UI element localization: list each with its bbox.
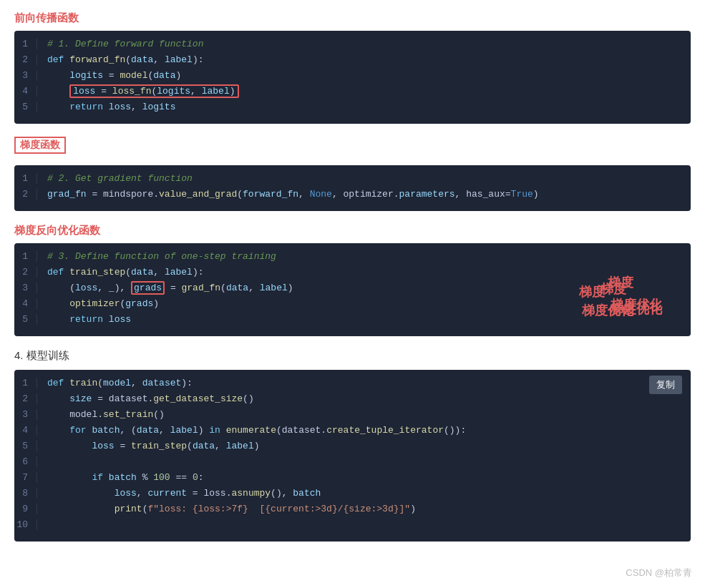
operator: = [87,189,103,200]
line-content: def forward_fn(data, label): [37,54,691,65]
punctuation: ()): [444,425,466,436]
keyword: return [69,314,109,325]
line-content: print(f"loss: {loss:>7f} [{current:>3d}/… [37,504,691,514]
parameter: data [131,267,153,278]
punctuation: ) [175,70,181,81]
punctuation: ): [193,267,204,278]
text: model. [69,409,103,420]
variable: label [202,86,230,97]
keyword: return [69,102,109,112]
line-number: 4 [14,425,37,436]
train-code-block: 1 def train(model, dataset): 2 size = da… [14,370,691,542]
code-line: 2 grad_fn = mindspore.value_and_grad(for… [14,188,691,204]
function-name: set_train [103,409,153,420]
line-number: 6 [14,456,37,467]
forward-title: 前向传播函数 [14,11,691,25]
text: dataset. [282,425,326,436]
keyword-value: None [310,189,332,200]
variable: label [226,441,254,451]
code-line: 5 loss = train_step(data, label) [14,440,691,456]
code-line: 6 [14,456,691,471]
punctuation: ): [181,378,193,388]
variable: current [147,488,187,499]
function-name: print [115,504,142,514]
variable: size [69,393,92,404]
backprop-section: 梯度反向优化函数 1 # 3. Define function of one-s… [14,224,691,336]
keyword-value: True [511,189,533,200]
keyword: def [47,267,69,278]
line-number: 1 [14,251,37,262]
train-section-title: 4. 模型训练 [14,349,69,361]
variable: data [137,425,159,436]
number: 0 [193,472,198,483]
punctuation: ( [125,267,131,278]
punctuation: () [243,393,254,404]
line-number: 10 [14,519,37,530]
function-name: value_and_grad [159,189,237,200]
keyword: def [47,378,69,388]
code-line: 8 loss, current = loss.asnumpy(), batch [14,487,691,503]
text: mindspore. [103,189,159,200]
gradient-annotation: 梯度 [579,283,605,300]
operator: = [92,393,108,404]
punctuation: ) [254,441,260,451]
line-number: 3 [14,70,37,81]
code-line: 9 print(f"loss: {loss:>7f} [{current:>3d… [14,503,691,519]
punctuation: ) [288,283,293,293]
punctuation: ( [125,54,131,65]
punctuation: ): [193,54,204,65]
punctuation: ( [187,441,193,451]
punctuation: , [137,488,148,499]
line-number: 9 [14,504,37,514]
variable: data [193,441,215,451]
code-line: 4 loss = loss_fn(logits, label) [14,85,691,101]
annotation-container: 梯度 [608,274,633,291]
punctuation: ( [220,283,226,293]
line-number: 7 [14,472,37,483]
gradient-text: 梯度 [608,275,633,290]
train-section: 1 def train(model, dataset): 2 size = da… [14,370,691,542]
punctuation: ) [153,298,159,309]
comment: # 3. Define function of one-step trainin… [47,251,276,262]
line-number: 1 [14,173,37,184]
punctuation: , [159,425,170,436]
punctuation: ) [533,189,539,200]
punctuation: () [153,409,165,420]
text: optimizer. [344,189,399,200]
punctuation: ( [237,189,243,200]
function-name: model [120,70,147,81]
line-content: logits = model(data) [37,70,691,81]
line-number: 3 [14,409,37,420]
highlight-box: loss = loss_fn(logits, label) [69,84,238,98]
punctuation: , [153,267,165,278]
line-content: return loss, logits [37,102,691,112]
operator: = [187,488,203,499]
grads-highlight-box: grads [131,281,165,295]
operator: = [103,70,120,81]
variable: forward_fn [243,189,298,200]
code-line: 3 logits = model(data) [14,69,691,85]
code-line: 7 if batch % 100 == 0: [14,471,691,487]
line-content: loss = train_step(data, label) [37,441,691,451]
line-content: # 3. Define function of one-step trainin… [37,251,691,262]
keyword: if [92,472,108,483]
variable: loss [75,283,97,293]
gradient-code-block: 1 # 2. Get gradient function 2 grad_fn =… [14,165,691,211]
variable: data [153,70,175,81]
variable: logits [69,70,103,81]
parameter: label [165,267,193,278]
code-line: 1 # 3. Define function of one-step train… [14,250,691,266]
operator: = [115,441,131,451]
code-line: 3 model.set_train() [14,408,691,424]
line-number: 1 [14,39,37,49]
variable: grads [134,283,162,293]
variable: logits [142,102,176,112]
code-line: 4 for batch, (data, label) in enumerate(… [14,424,691,440]
line-number: 2 [14,54,37,65]
punctuation: (), [271,488,293,499]
variable: label [170,425,198,436]
copy-button[interactable]: 复制 [649,376,682,394]
line-number: 5 [14,441,37,451]
punctuation: ) [410,504,416,514]
gradient-section: 梯度函数 1 # 2. Get gradient function 2 grad… [14,137,691,211]
